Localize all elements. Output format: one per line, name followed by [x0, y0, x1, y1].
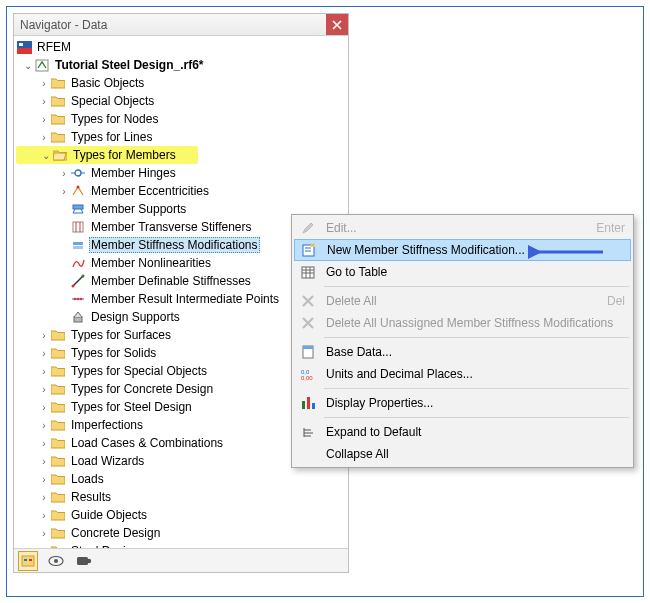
menu-separator [324, 388, 629, 389]
svg-text:0,00: 0,00 [301, 375, 313, 381]
chevron-right-icon[interactable]: › [38, 402, 50, 413]
chevron-right-icon[interactable]: › [38, 330, 50, 341]
chevron-right-icon[interactable]: › [38, 132, 50, 143]
chevron-right-icon[interactable]: › [38, 348, 50, 359]
folder-icon [50, 417, 66, 433]
menu-new-stiffness-mod[interactable]: New Member Stiffness Modification... [294, 239, 631, 261]
tab-views-icon[interactable] [74, 551, 94, 571]
app-icon [16, 39, 32, 55]
svg-rect-12 [73, 222, 83, 232]
stiffener-icon [70, 219, 86, 235]
menu-expand[interactable]: Expand to Default [294, 421, 631, 443]
window-title: Navigator - Data [20, 18, 326, 32]
tree-item-basic-objects[interactable]: ›Basic Objects [14, 74, 348, 92]
folder-icon [50, 327, 66, 343]
tab-data-icon[interactable] [18, 551, 38, 571]
folder-icon [50, 75, 66, 91]
svg-point-21 [74, 298, 77, 301]
chevron-right-icon[interactable]: › [38, 492, 50, 503]
folder-icon [50, 111, 66, 127]
svg-rect-25 [22, 556, 34, 566]
definable-stiffness-icon [70, 273, 86, 289]
svg-point-22 [77, 298, 80, 301]
chevron-right-icon[interactable]: › [38, 78, 50, 89]
folder-open-icon [52, 147, 68, 163]
file-node[interactable]: ⌄ Tutorial Steel Design_.rf6* [14, 56, 348, 74]
chevron-right-icon[interactable]: › [38, 528, 50, 539]
panel-footer [14, 548, 348, 572]
eccentricity-icon [70, 183, 86, 199]
folder-icon [50, 363, 66, 379]
svg-rect-16 [73, 246, 83, 249]
stiffness-mod-icon [70, 237, 86, 253]
svg-point-31 [87, 558, 91, 562]
tree-item-types-lines[interactable]: ›Types for Lines [14, 128, 348, 146]
menu-display-props[interactable]: Display Properties... [294, 392, 631, 414]
menu-delete-unassigned: Delete All Unassigned Member Stiffness M… [294, 312, 631, 334]
folder-icon [50, 453, 66, 469]
folder-icon [50, 381, 66, 397]
svg-rect-41 [303, 346, 313, 349]
svg-point-29 [54, 559, 58, 563]
svg-line-10 [73, 209, 75, 213]
menu-collapse[interactable]: Collapse All [294, 443, 631, 465]
menu-units[interactable]: 0,00,00 Units and Decimal Places... [294, 363, 631, 385]
chevron-right-icon[interactable]: › [58, 186, 70, 197]
svg-point-7 [77, 186, 80, 189]
folder-icon [50, 129, 66, 145]
support-icon [70, 201, 86, 217]
tree-item-loads[interactable]: ›Loads [14, 470, 348, 488]
menu-delete-all: Delete All Del [294, 290, 631, 312]
folder-icon [50, 345, 66, 361]
chevron-right-icon[interactable]: › [38, 456, 50, 467]
units-icon: 0,00,00 [294, 368, 322, 381]
svg-line-17 [73, 276, 83, 286]
toggle-icon[interactable]: ⌄ [22, 60, 34, 71]
root-node[interactable]: RFEM [14, 38, 348, 56]
svg-rect-8 [73, 205, 83, 209]
tree-item-results[interactable]: ›Results [14, 488, 348, 506]
svg-rect-44 [307, 397, 310, 409]
menu-separator [324, 337, 629, 338]
tree-item-types-members[interactable]: ⌄Types for Members [16, 146, 198, 164]
svg-rect-2 [19, 43, 23, 46]
svg-rect-30 [77, 557, 88, 565]
tab-display-icon[interactable] [46, 551, 66, 571]
edit-icon [294, 221, 322, 235]
svg-rect-15 [73, 242, 83, 245]
chevron-right-icon[interactable]: › [38, 420, 50, 431]
close-button[interactable] [326, 14, 348, 35]
svg-rect-1 [17, 48, 32, 54]
menu-edit: Edit... Enter [294, 217, 631, 239]
svg-line-11 [81, 209, 83, 213]
svg-point-4 [75, 170, 81, 176]
base-data-icon [294, 345, 322, 359]
svg-rect-45 [302, 401, 305, 409]
folder-icon [50, 507, 66, 523]
svg-point-19 [82, 275, 85, 278]
menu-base-data[interactable]: Base Data... [294, 341, 631, 363]
intermediate-points-icon [70, 291, 86, 307]
chevron-right-icon[interactable]: › [58, 168, 70, 179]
titlebar: Navigator - Data [14, 14, 348, 36]
folder-icon [50, 93, 66, 109]
chevron-right-icon[interactable]: › [38, 366, 50, 377]
tree-item-member-ecc[interactable]: ›Member Eccentricities [14, 182, 348, 200]
chevron-down-icon[interactable]: ⌄ [40, 150, 52, 161]
chevron-right-icon[interactable]: › [38, 96, 50, 107]
svg-rect-46 [312, 403, 315, 409]
tree-item-member-hinges[interactable]: ›Member Hinges [14, 164, 348, 182]
chevron-right-icon[interactable]: › [38, 114, 50, 125]
chevron-right-icon[interactable]: › [38, 474, 50, 485]
menu-goto-table[interactable]: Go to Table [294, 261, 631, 283]
chevron-right-icon[interactable]: › [38, 384, 50, 395]
tree-item-special-objects[interactable]: ›Special Objects [14, 92, 348, 110]
tree-item-concrete-design[interactable]: ›Concrete Design [14, 524, 348, 542]
context-menu: Edit... Enter New Member Stiffness Modif… [291, 214, 634, 468]
menu-separator [324, 417, 629, 418]
chevron-right-icon[interactable]: › [38, 510, 50, 521]
folder-icon [50, 399, 66, 415]
tree-item-types-nodes[interactable]: ›Types for Nodes [14, 110, 348, 128]
tree-item-guide-objects[interactable]: ›Guide Objects [14, 506, 348, 524]
chevron-right-icon[interactable]: › [38, 438, 50, 449]
